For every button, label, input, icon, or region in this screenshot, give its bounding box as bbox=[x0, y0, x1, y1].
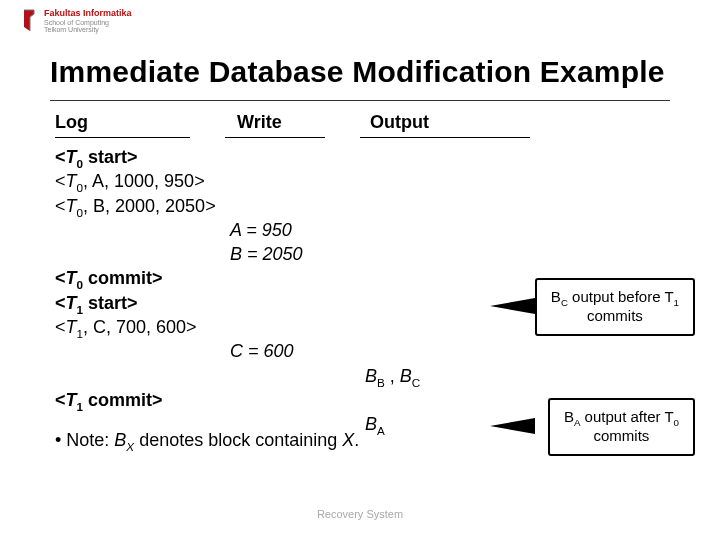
write-line-3: C = 600 bbox=[230, 339, 420, 363]
footer-text: Recovery System bbox=[0, 508, 720, 520]
header-output: Output bbox=[370, 112, 429, 133]
title-rule bbox=[50, 100, 670, 101]
university-logo: Fakultas Informatika School of Computing… bbox=[20, 8, 132, 34]
underline-log bbox=[55, 137, 190, 138]
logo-title: Fakultas Informatika bbox=[44, 9, 132, 19]
logo-mark-icon bbox=[20, 8, 38, 34]
arrow-icon bbox=[490, 418, 535, 434]
output-line-1: BB , BC bbox=[365, 364, 420, 388]
note-line: • Note: BX denotes block containing X. bbox=[55, 430, 359, 451]
content-body: <T0 start> <T0, A, 1000, 950> <T0, B, 20… bbox=[55, 145, 420, 437]
callout-before-commit: BC output before T1commits bbox=[535, 278, 695, 336]
slide-title: Immediate Database Modification Example bbox=[50, 55, 665, 89]
log-line-3: <T0, B, 2000, 2050> bbox=[55, 194, 420, 218]
header-log: Log bbox=[55, 112, 88, 133]
logo-text-block: Fakultas Informatika School of Computing… bbox=[44, 9, 132, 33]
callout-after-commit: BA output after T0commits bbox=[548, 398, 695, 456]
underline-output bbox=[360, 137, 530, 138]
log-line-2: <T0, A, 1000, 950> bbox=[55, 169, 420, 193]
write-line-2: B = 2050 bbox=[230, 242, 420, 266]
arrow-icon bbox=[490, 298, 535, 314]
logo-sub1: School of Computing bbox=[44, 19, 132, 26]
write-line-1: A = 950 bbox=[230, 218, 420, 242]
log-line-4: <T0 commit> bbox=[55, 266, 420, 290]
output-line-2: BA bbox=[365, 412, 420, 436]
header-write: Write bbox=[237, 112, 282, 133]
log-line-1: <T0 start> bbox=[55, 145, 420, 169]
log-line-6: <T1, C, 700, 600> bbox=[55, 315, 420, 339]
log-line-5: <T1 start> bbox=[55, 291, 420, 315]
underline-write bbox=[225, 137, 325, 138]
logo-sub2: Telkom University bbox=[44, 26, 132, 33]
log-line-7: <T1 commit> bbox=[55, 388, 420, 412]
